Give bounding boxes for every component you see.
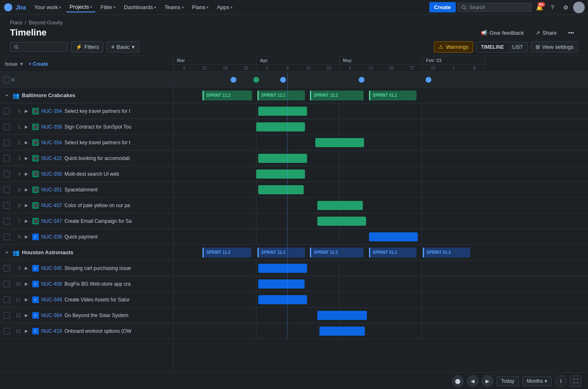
expand-button[interactable]: ▾ [3, 92, 10, 99]
help-button[interactable]: ? [547, 2, 558, 13]
row-checkbox[interactable] [3, 108, 10, 115]
issue-id[interactable]: NUC-351 [41, 187, 62, 193]
expand-button[interactable]: ▶ [23, 155, 30, 162]
row-checkbox[interactable] [3, 186, 10, 193]
nav-plans[interactable]: Plans ▾ [189, 2, 212, 12]
gantt-bar[interactable] [258, 107, 307, 116]
row-checkbox[interactable] [3, 155, 10, 162]
row-checkbox[interactable] [3, 312, 10, 319]
expand-button[interactable]: ▶ [23, 202, 30, 209]
nav-prev-button[interactable]: ◀ [467, 375, 478, 387]
chevron-icon: ▾ [90, 5, 92, 9]
warnings-button[interactable]: ⚠ Warnings [434, 41, 473, 53]
nav-next-button[interactable]: ▶ [482, 375, 493, 387]
view-settings-button[interactable]: ⊞ View settings [531, 41, 578, 53]
nav-teams[interactable]: Teams ▾ [161, 2, 187, 12]
expand-button[interactable]: ▶ [23, 218, 30, 224]
issue-id[interactable]: NUC-354 [41, 108, 62, 114]
row-checkbox[interactable] [3, 218, 10, 224]
nav-your-work[interactable]: Your work ▾ [31, 2, 64, 12]
today-button[interactable]: Today [497, 376, 519, 386]
gantt-bar[interactable] [319, 327, 365, 336]
share-button[interactable]: ↗ Share [531, 28, 561, 38]
more-button[interactable]: ••• [564, 28, 578, 38]
basic-button[interactable]: ≡ Basic ▾ [107, 41, 139, 53]
expand-all-button[interactable]: ⛶ [570, 375, 581, 387]
row-checkbox[interactable] [3, 281, 10, 287]
issue-id[interactable]: NUC-339 [41, 234, 62, 240]
expand-button[interactable]: ▶ [23, 265, 30, 272]
row-checkbox[interactable] [3, 124, 10, 130]
notifications-button[interactable]: 🔔 9+ [533, 2, 545, 13]
issue-id[interactable]: NUC-347 [41, 218, 62, 224]
app-logo[interactable]: Jira [3, 2, 26, 12]
issue-id[interactable]: NUC-350 [41, 171, 62, 177]
issue-id[interactable]: NUC-345 [41, 265, 62, 271]
expand-button[interactable]: ▾ [3, 249, 10, 256]
expand-button[interactable]: ▶ [23, 171, 30, 177]
row-number: 9 [12, 266, 21, 271]
gantt-bar[interactable] [317, 201, 363, 210]
gantt-bar[interactable] [315, 138, 364, 147]
breadcrumb-plans[interactable]: Plans [10, 20, 22, 26]
expand-button[interactable]: ▶ [23, 186, 30, 193]
gantt-bar[interactable] [258, 154, 307, 163]
row-checkbox[interactable] [3, 171, 10, 177]
expand-button[interactable]: ▶ [23, 108, 30, 115]
issue-id[interactable]: NUC-349 [41, 297, 62, 303]
give-feedback-button[interactable]: 📢 Give feedback [476, 28, 528, 38]
settings-button[interactable]: ⚙ [560, 2, 571, 13]
issue-id[interactable]: NUC-364 [41, 313, 62, 318]
create-button[interactable]: Create [429, 2, 456, 12]
row-checkbox[interactable] [3, 139, 10, 146]
expand-button[interactable]: ▶ [23, 139, 30, 146]
toolbar-search[interactable] [10, 42, 68, 52]
gantt-bar[interactable] [258, 279, 305, 289]
create-link[interactable]: + Create [29, 61, 48, 67]
months-button[interactable]: Months ▾ [522, 376, 552, 386]
issue-title: Create Video Assets for Satur [64, 297, 130, 303]
gantt-bar[interactable] [256, 169, 305, 179]
expand-button[interactable]: ▶ [23, 328, 30, 334]
expand-button[interactable]: ▶ [23, 296, 30, 303]
nav-filter[interactable]: Filter ▾ [97, 2, 119, 12]
nav-projects[interactable]: Projects ▾ [66, 2, 95, 12]
gantt-bar[interactable] [256, 122, 305, 131]
issue-id[interactable]: NUC-407 [41, 203, 62, 208]
issue-id[interactable]: NUC-354 [41, 140, 62, 146]
row-checkbox[interactable] [3, 76, 10, 83]
filters-button[interactable]: ⚡ Filters [71, 41, 103, 53]
expand-button[interactable]: ▶ [23, 124, 30, 130]
gantt-bar[interactable] [258, 264, 307, 273]
issue-id[interactable]: NUC-422 [41, 155, 62, 161]
gantt-bar[interactable] [258, 185, 304, 194]
expand-button[interactable]: ▶ [23, 281, 30, 287]
month-feb23: Feb '23 [423, 56, 485, 65]
row-checkbox[interactable] [3, 202, 10, 209]
gantt-bar[interactable] [369, 232, 418, 241]
row-checkbox[interactable] [3, 296, 10, 303]
gantt-bar[interactable] [317, 217, 366, 226]
timeline-toggle[interactable]: TIMELINE [477, 42, 508, 52]
nav-prev-prev-button[interactable]: ⬤ [452, 375, 464, 387]
expand-button[interactable]: ▶ [23, 312, 30, 319]
row-number: 12 [12, 313, 21, 318]
issue-id[interactable]: NUC-409 [41, 281, 62, 287]
gantt-bar[interactable] [317, 311, 367, 320]
row-checkbox[interactable] [3, 234, 10, 240]
row-checkbox[interactable] [3, 265, 10, 272]
breadcrumb-project[interactable]: Beyond Gravity [29, 20, 62, 26]
nav-dashboards[interactable]: Dashboards ▾ [121, 2, 159, 12]
gantt-bar[interactable] [258, 295, 307, 304]
issue-row: 1 ▶ ⬛ NUC-358 Sign Contract for SunSpot … [0, 119, 173, 135]
search-box[interactable]: Search [457, 3, 532, 12]
issue-type-icon: ✓ [32, 265, 39, 272]
user-avatar[interactable] [573, 2, 585, 13]
row-checkbox[interactable] [3, 328, 10, 334]
expand-button[interactable]: ▶ [23, 234, 30, 240]
issue-id[interactable]: NUC-419 [41, 328, 62, 334]
nav-apps[interactable]: Apps ▾ [214, 2, 236, 12]
list-toggle[interactable]: LIST [508, 42, 527, 52]
info-button[interactable]: ℹ [555, 375, 567, 387]
issue-id[interactable]: NUC-358 [41, 124, 62, 130]
